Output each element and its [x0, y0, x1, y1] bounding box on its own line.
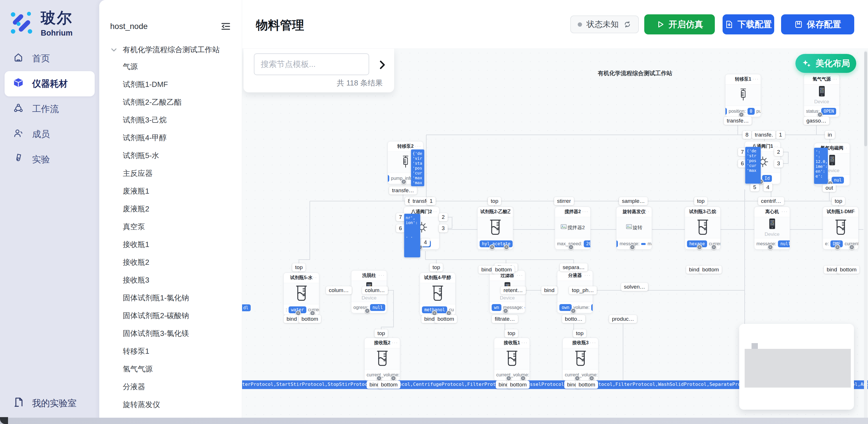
start-simulation-button[interactable]: 开启仿真 [644, 14, 715, 34]
beautify-layout-button[interactable]: 美化布局 [796, 54, 856, 73]
status-badge[interactable]: 状态未知 [570, 16, 639, 33]
edge-label[interactable]: top [375, 329, 388, 337]
param-value-pill[interactable] [388, 175, 389, 182]
edge-label[interactable]: bind [284, 315, 300, 323]
edge-label[interactable]: botto… [562, 315, 585, 323]
param-value-pill[interactable] [616, 240, 618, 247]
edge-label[interactable]: bottom [378, 381, 400, 389]
node-port[interactable]: > [570, 308, 576, 313]
edge-label[interactable]: stirrer [554, 197, 574, 205]
edge-label[interactable]: bottom [576, 381, 598, 389]
node-port[interactable]: > [630, 244, 635, 250]
node-menu-icon[interactable]: ··· [590, 338, 596, 348]
node-menu-icon[interactable]: ··· [781, 207, 788, 217]
node-menu-icon[interactable]: ··· [378, 271, 385, 280]
search-input[interactable] [254, 53, 369, 75]
edge-label[interactable]: bottom [492, 266, 515, 274]
edge-label[interactable]: transfe. [752, 131, 776, 139]
edge-label[interactable]: 4 [764, 183, 773, 191]
node-menu-icon[interactable]: ··· [431, 207, 437, 217]
sidebar-item-members[interactable]: 成员 [5, 122, 95, 147]
param-value-pill[interactable]: wn [492, 304, 501, 311]
collapse-panel-icon[interactable] [220, 21, 231, 32]
edge-label[interactable]: transfe… [389, 186, 417, 194]
param-value-pill[interactable] [725, 108, 727, 115]
minimap[interactable] [739, 324, 854, 410]
tree-item[interactable]: 试剂瓶3-己烷 [99, 111, 242, 129]
edge-label[interactable]: retent… [500, 286, 526, 294]
node-hydrogen-gas-source[interactable]: 氢气气源···Devicestatus:OPEN> [804, 74, 840, 117]
edge-label[interactable]: transfe… [724, 117, 751, 125]
minimap-viewport[interactable] [745, 349, 851, 388]
node-menu-icon[interactable]: ··· [643, 207, 650, 217]
tree-item[interactable]: 试剂瓶5-水 [99, 147, 242, 164]
node-menu-icon[interactable]: ··· [752, 74, 759, 84]
node-menu-icon[interactable]: ··· [831, 74, 838, 84]
refresh-icon[interactable] [623, 20, 631, 28]
search-submit-icon[interactable] [377, 59, 388, 70]
tree-item[interactable]: 试剂瓶1-DMF [99, 75, 242, 93]
tree-item[interactable]: 气源 [99, 58, 242, 75]
node-centrifuge[interactable]: 离心机···Devicemessage:nullma> [754, 207, 790, 250]
tree-item[interactable]: 真空泵 [99, 218, 242, 236]
edge-label[interactable]: 7 [396, 213, 405, 221]
edge-label[interactable]: out [823, 184, 836, 192]
node-port[interactable]: > [835, 244, 840, 250]
tree-item[interactable]: 氢气气源 [99, 360, 242, 378]
node-menu-icon[interactable]: ··· [504, 207, 511, 217]
edge-label[interactable]: top_ph… [569, 286, 597, 294]
scrollbar-thumb[interactable] [864, 52, 867, 146]
save-config-button[interactable]: 保存配置 [781, 14, 854, 34]
canvas-vertical-scrollbar[interactable] [864, 51, 867, 421]
node-menu-icon[interactable]: ··· [712, 207, 718, 217]
edge-label[interactable]: 3 [439, 224, 448, 232]
edge-label[interactable]: 1 [776, 131, 785, 139]
edge-label[interactable]: bottom [299, 315, 321, 323]
node-port[interactable]: > [391, 375, 396, 381]
node-port[interactable]: > [503, 308, 508, 313]
node-receiver-bottle-2[interactable]: 接收瓶2···current_volume:0>> [364, 338, 400, 381]
edge-label[interactable]: top [832, 197, 845, 205]
node-port[interactable]: > [489, 244, 495, 250]
edge-label[interactable]: centrif… [758, 197, 784, 205]
sidebar-item-cube[interactable]: 仪器耗材 [5, 71, 95, 96]
edge-label[interactable]: gasso… [803, 117, 829, 125]
edge-label[interactable]: 5 [750, 183, 759, 191]
edge-label[interactable]: top [430, 263, 443, 271]
tree-item[interactable]: 旋转蒸发仪 [99, 396, 242, 414]
edge-label[interactable]: produc… [609, 315, 637, 323]
edge-label[interactable]: 2 [439, 213, 448, 221]
node-menu-icon[interactable]: ··· [517, 271, 523, 280]
edge-label[interactable]: 4 [421, 238, 430, 246]
sidebar-item-my-lab[interactable]: 我的实验室 [13, 396, 76, 410]
edge-label[interactable]: solven… [621, 283, 648, 291]
edge-label[interactable]: 2 [774, 148, 783, 156]
edge-label[interactable]: colum… [362, 286, 388, 294]
node-menu-icon[interactable]: ··· [311, 273, 317, 282]
edge-label[interactable]: bottom [837, 266, 859, 274]
node-port[interactable]: > [589, 375, 594, 381]
node-receiver-bottle-3[interactable]: 接收瓶3···current_volume:0>> [562, 338, 598, 381]
node-port[interactable]: > [568, 244, 574, 250]
tree-root-workstation[interactable]: 有机化学流程综合测试工作站 [110, 45, 242, 55]
node-port[interactable]: > [506, 375, 512, 381]
node-reagent-bottle-5-water[interactable]: 试剂瓶5-水···:watercurrent_v>> [283, 273, 319, 315]
tree-item[interactable]: 接收瓶1 [99, 236, 242, 253]
tree-item[interactable]: 废液瓶1 [99, 182, 242, 200]
edge-label[interactable]: 1 [427, 197, 436, 205]
edge-label[interactable]: top [505, 329, 518, 337]
node-receiver-bottle-1[interactable]: 接收瓶1···current_volume:0>> [494, 338, 530, 381]
edge-label[interactable]: 8 [743, 131, 751, 139]
edge-label[interactable]: sample… [619, 197, 648, 205]
tree-item[interactable]: 废液瓶2 [99, 200, 242, 218]
node-menu-icon[interactable]: ··· [841, 143, 848, 153]
param-value-pill[interactable]: own [559, 304, 572, 311]
edge-label[interactable]: filtrate… [492, 315, 518, 323]
edge-label[interactable]: 3 [774, 159, 783, 168]
edge-label[interactable]: colum… [326, 286, 352, 294]
tree-item[interactable]: 试剂瓶2-乙酸乙酯 [99, 93, 242, 111]
param-value-pill[interactable]: OPEN [821, 108, 836, 115]
edge-label[interactable]: bottom [435, 315, 457, 323]
node-port[interactable]: > [849, 244, 855, 250]
param-value-pill[interactable]: null [778, 240, 790, 247]
